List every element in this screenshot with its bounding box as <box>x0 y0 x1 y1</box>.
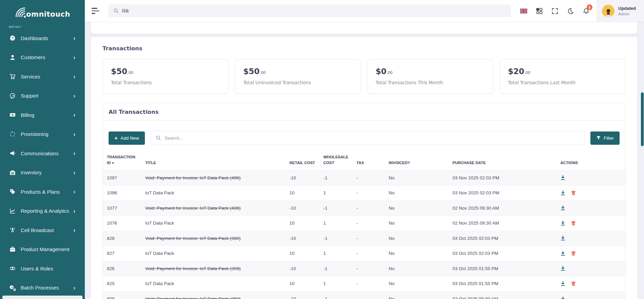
cell-transaction-id: 827 <box>103 246 141 261</box>
fullscreen-icon <box>551 7 558 15</box>
hamburger-menu-icon[interactable] <box>89 3 105 19</box>
table-row: 808 Void: Payment for Invoice: IoT Data … <box>103 291 625 299</box>
cell-purchase-date: 03 Oct 2025 02:03 PM <box>448 246 556 261</box>
column-header: RETAIL COST <box>285 152 319 170</box>
column-header: WHOLESALE COST <box>319 152 352 170</box>
chevron-right-icon: › <box>73 93 75 98</box>
all-transactions-card: All Transactions + Add New Fil <box>102 103 626 299</box>
sidebar-item-dashboards[interactable]: Dashboards › <box>0 29 85 48</box>
transactions-table: TRANSACTION ID▼TITLERETAIL COSTWHOLESALE… <box>103 152 625 299</box>
sidebar-item-provisioning[interactable]: Provisioning › <box>0 125 85 144</box>
transactions-panel: Transactions $50.00 Total Transactions $… <box>91 37 637 299</box>
sidebar-item-product-management[interactable]: Product Management <box>0 240 85 259</box>
megaphone-icon <box>9 150 16 157</box>
cell-invoiced: No <box>384 231 448 246</box>
sidebar-item-services[interactable]: Services › <box>0 67 85 86</box>
sidebar-item-label: Dashboards <box>21 35 73 41</box>
cell-wholesale-cost: 1 <box>319 246 352 261</box>
sidebar-item-label: Batch Processes <box>21 285 73 291</box>
cell-retail-cost: -10 <box>285 231 319 246</box>
sidebar-item-communications[interactable]: Communications › <box>0 144 85 163</box>
customers-icon <box>9 54 16 61</box>
cell-tax: - <box>352 186 384 201</box>
cell-transaction-id: 1076 <box>103 216 141 231</box>
cell-purchase-date: 03 Oct 2025 01:55 PM <box>448 261 556 276</box>
download-invoice-button[interactable] <box>560 281 566 286</box>
gears-icon <box>9 284 16 291</box>
dark-mode-button[interactable] <box>563 3 578 19</box>
table-body: 1097 Void: Payment for Invoice: IoT Data… <box>103 170 625 299</box>
cell-invoiced: No <box>384 170 448 186</box>
cell-title: IoT Data Pack <box>145 251 174 256</box>
apps-grid-button[interactable] <box>531 3 547 19</box>
delete-transaction-button[interactable] <box>571 281 576 286</box>
delete-transaction-button[interactable] <box>571 221 576 226</box>
chevron-right-icon: › <box>73 151 75 156</box>
add-new-button[interactable]: + Add New <box>109 131 145 145</box>
brand-logo[interactable]: omnitouch <box>0 0 85 24</box>
sidebar-item-cell-broadcast[interactable]: Cell Broadcast › <box>0 221 85 240</box>
fullscreen-button[interactable] <box>547 3 563 19</box>
cell-tax: - <box>352 261 384 276</box>
download-invoice-button[interactable] <box>560 296 566 299</box>
stat-value: $50 <box>111 67 127 76</box>
stat-label: Total Transactions <box>111 80 220 85</box>
cell-wholesale-cost: -1 <box>319 200 352 216</box>
table-row: 1097 Void: Payment for Invoice: IoT Data… <box>103 170 625 186</box>
download-invoice-button[interactable] <box>560 221 566 226</box>
chevron-right-icon: › <box>73 36 75 40</box>
page-scrollbar-thumb[interactable] <box>641 92 644 146</box>
sidebar-item-reporting-analytics[interactable]: Reporting & Analytics › <box>0 201 85 221</box>
sidebar-item-label: Inventory <box>21 170 73 175</box>
sidebar-item-products-plans[interactable]: Products & Plans › <box>0 182 85 201</box>
sidebar-item-batch-processes[interactable]: Batch Processes › <box>0 278 85 298</box>
cell-title: Void: Payment for Invoice: IoT Data Pack… <box>145 296 241 299</box>
download-invoice-button[interactable] <box>560 235 566 241</box>
download-invoice-button[interactable] <box>560 205 566 211</box>
global-search-input[interactable] <box>122 8 506 14</box>
table-search-input[interactable] <box>165 136 580 141</box>
user-profile-menu[interactable]: Updated Admin <box>596 0 644 22</box>
stat-card: $50.00 Total Uninvoiced Transactions <box>235 59 361 94</box>
main-content: Transactions $50.00 Total Transactions $… <box>85 22 644 299</box>
dashboard-icon <box>9 35 16 41</box>
user-name: Updated <box>618 6 636 11</box>
chevron-right-icon: › <box>73 112 75 117</box>
moon-icon <box>567 7 574 15</box>
antenna-icon <box>9 227 16 233</box>
download-invoice-button[interactable] <box>560 175 566 180</box>
sort-desc-icon[interactable]: ▼ <box>112 161 115 165</box>
sidebar-item-inventory[interactable]: Inventory › <box>0 163 85 182</box>
cell-tax: - <box>352 231 384 246</box>
search-icon <box>113 8 119 14</box>
delete-transaction-button[interactable] <box>571 190 576 196</box>
column-header: PURCHASE DATE <box>448 152 556 170</box>
cell-title: IoT Data Pack <box>145 221 174 226</box>
sidebar-item-users-roles[interactable]: Users & Roles <box>0 259 85 278</box>
filter-button[interactable]: Filter <box>590 131 620 145</box>
user-role: Admin <box>618 12 636 16</box>
notifications-button[interactable]: 0 <box>578 3 594 19</box>
cell-wholesale-cost: -1 <box>319 291 352 299</box>
topbar-icons: 0 <box>516 3 594 19</box>
delete-transaction-button[interactable] <box>571 251 576 256</box>
cell-retail-cost: 10 <box>285 246 319 261</box>
sidebar-item-support[interactable]: Support › <box>0 86 85 106</box>
download-invoice-button[interactable] <box>560 266 566 271</box>
sidebar-item-billing[interactable]: Billing › <box>0 105 85 125</box>
language-flag-button[interactable] <box>516 3 531 19</box>
notification-badge: 0 <box>587 4 592 10</box>
stat-label: Total Uninvoiced Transactions <box>243 80 353 85</box>
chevron-right-icon: › <box>73 209 75 213</box>
cell-tax: - <box>352 170 384 186</box>
briefcase-icon <box>9 246 16 253</box>
download-invoice-button[interactable] <box>560 190 566 196</box>
sidebar-item-customers[interactable]: Customers › <box>0 48 85 67</box>
cell-wholesale-cost: 1 <box>319 276 352 292</box>
column-header[interactable]: TRANSACTION ID▼ <box>103 152 141 170</box>
stat-card: $0.00 Total Transactions This Month <box>367 59 493 94</box>
table-row: 1077 Void: Payment for Invoice: IoT Data… <box>103 200 625 216</box>
trash-icon <box>571 281 576 286</box>
download-invoice-button[interactable] <box>560 251 566 256</box>
avatar <box>602 5 614 17</box>
